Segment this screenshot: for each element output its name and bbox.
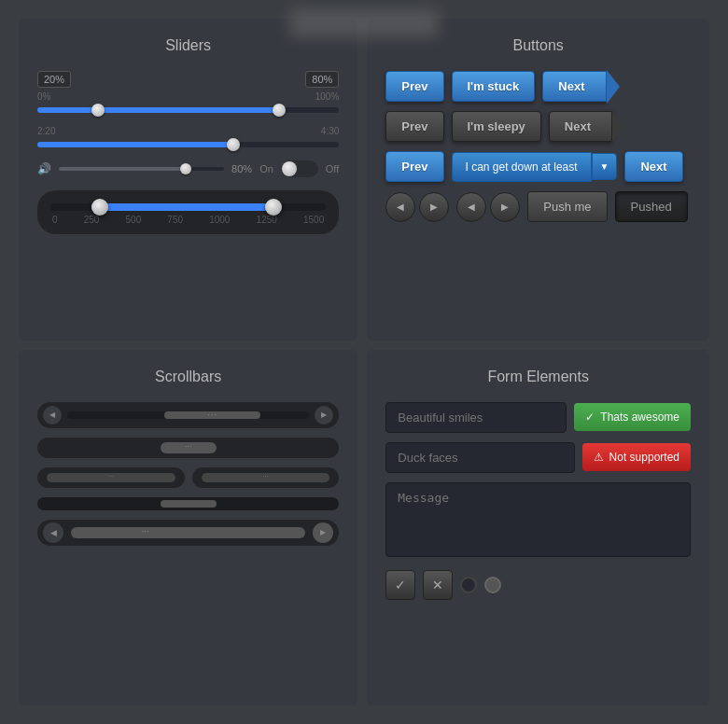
form-textarea[interactable]: [385, 482, 691, 557]
success-text: Thats awesome: [600, 411, 679, 424]
toggle-knob: [282, 161, 297, 176]
push-button[interactable]: Push me: [527, 191, 607, 222]
slider-1-thumb-right[interactable]: [273, 104, 286, 117]
form-input-2[interactable]: [385, 442, 574, 473]
dark-slider-track[interactable]: [50, 203, 326, 211]
scrollbar-flat[interactable]: [37, 497, 339, 510]
volume-pct: 80%: [231, 163, 252, 174]
next-button-3[interactable]: Next: [624, 151, 682, 182]
form-status-success: ✓ Thats awesome: [574, 403, 691, 431]
dark-thumb-right[interactable]: [265, 199, 282, 216]
dark-slider-wrapper: 0 250 500 750 1000 1250 1500: [37, 190, 339, 234]
stuck-button[interactable]: I'm stuck: [452, 71, 536, 102]
form-radio-2[interactable]: [484, 577, 501, 593]
button-row-1: Prev I'm stuck Next: [385, 71, 691, 102]
sliders-title: Sliders: [37, 37, 339, 54]
slider-2-min: 2:20: [37, 126, 55, 136]
dark-label-1500: 1500: [303, 215, 324, 225]
slider-1-track[interactable]: [37, 107, 339, 113]
slider-1-range-max: 100%: [315, 91, 340, 102]
dark-thumb-left[interactable]: [91, 199, 108, 216]
prev-button-2[interactable]: Prev: [385, 111, 443, 142]
dark-range-labels: 0 250 500 750 1000 1250 1500: [50, 215, 326, 225]
slider-2-track[interactable]: [37, 142, 339, 147]
scroll-round-left[interactable]: ◀: [43, 522, 63, 543]
slider-1-fill: [37, 107, 279, 113]
slider-1-max-label: 80%: [305, 71, 339, 88]
next-arrow-2: [612, 112, 623, 142]
x-icon: ✕: [432, 578, 443, 592]
scrollbars-panel: Scrollbars ◀ ▶ ◀: [19, 350, 357, 706]
volume-thumb[interactable]: [180, 163, 191, 174]
error-icon: ⚠: [594, 451, 604, 464]
scroll-right-btn-1[interactable]: ▶: [315, 406, 333, 425]
toggle-section: On Off: [259, 160, 339, 177]
button-row-2: Prev I'm sleepy Next: [385, 111, 691, 142]
dark-label-1250: 1250: [257, 215, 277, 225]
scroll-half-thumb-right[interactable]: [202, 473, 330, 482]
volume-icon: 🔊: [37, 162, 51, 175]
dark-label-750: 750: [167, 215, 183, 225]
scrollbars-title: Scrollbars: [37, 369, 339, 385]
play-button-2[interactable]: ▶: [490, 192, 520, 222]
volume-track[interactable]: [59, 167, 224, 171]
scrollbar-half-right[interactable]: [192, 467, 340, 488]
slider-1-thumb-left[interactable]: [91, 104, 105, 117]
slider-2-thumb[interactable]: [227, 138, 240, 151]
scrollbar-bottom-row[interactable]: ◀ ▶: [37, 520, 339, 546]
dark-label-0: 0: [52, 215, 58, 225]
pushed-button[interactable]: Pushed: [615, 191, 688, 222]
form-cancel-button[interactable]: ✕: [423, 570, 453, 600]
form-check-button[interactable]: ✓: [385, 570, 415, 600]
form-radio-1[interactable]: [460, 577, 477, 593]
slider-2-max: 4:30: [321, 126, 339, 136]
sliders-panel: Sliders 20% 80% 0% 100% 2:20 4:30: [19, 19, 357, 341]
prev-button-3[interactable]: Prev: [385, 151, 443, 182]
dropdown-button[interactable]: I can get down at least: [452, 152, 592, 182]
button-row-4: ◀ ▶ ◀ ▶ Push me Pushed: [385, 191, 691, 222]
sleepy-button[interactable]: I'm sleepy: [452, 111, 541, 142]
form-actions: ✓ ✕: [385, 570, 691, 600]
dropdown-group: I can get down at least ▼: [452, 152, 618, 182]
scroll-thumb-1[interactable]: [164, 411, 261, 419]
form-radio-group: [460, 577, 501, 593]
scrollbar-row-2[interactable]: [37, 438, 339, 458]
scroll-bottom-thumb[interactable]: [71, 527, 305, 538]
rewind-button-2[interactable]: ◀: [456, 192, 486, 222]
form-row-2: ⚠ Not supported: [385, 442, 691, 473]
check-icon: ✓: [395, 578, 406, 592]
slider-2-fill: [37, 142, 233, 147]
volume-row: 🔊 80% On Off: [37, 160, 339, 177]
dark-label-250: 250: [84, 215, 100, 225]
form-row-1: ✓ Thats awesome: [385, 402, 691, 433]
success-icon: ✓: [585, 411, 595, 424]
dark-slider-fill: [91, 203, 271, 211]
form-title: Form Elements: [385, 369, 691, 385]
button-row-3: Prev I can get down at least ▼ Next: [385, 151, 691, 182]
scroll-round-right[interactable]: ▶: [313, 522, 333, 543]
next-button-2[interactable]: Next: [549, 111, 612, 142]
media-group: ◀ ▶: [385, 192, 449, 222]
scroll-flat-thumb[interactable]: [161, 500, 217, 508]
scroll-thumb-2[interactable]: [161, 442, 217, 453]
rewind-button[interactable]: ◀: [385, 192, 415, 222]
play-button[interactable]: ▶: [419, 192, 449, 222]
form-status-error: ⚠ Not supported: [582, 443, 691, 471]
prev-button-1[interactable]: Prev: [385, 71, 443, 102]
toggle-off-label: Off: [326, 163, 339, 174]
scroll-left-btn-1[interactable]: ◀: [43, 406, 62, 425]
next-button-1[interactable]: Next: [542, 71, 606, 102]
scrollbar-row-1[interactable]: ◀ ▶: [37, 402, 339, 428]
form-input-1[interactable]: [385, 402, 567, 433]
form-panel: Form Elements ✓ Thats awesome ⚠ Not supp…: [367, 350, 709, 706]
toggle-on-label: On: [259, 163, 273, 174]
buttons-title: Buttons: [385, 37, 691, 54]
dropdown-arrow-button[interactable]: ▼: [592, 153, 618, 180]
scroll-half-thumb-left[interactable]: [47, 473, 175, 482]
next-arrow-1: [607, 70, 620, 104]
toggle-switch[interactable]: [281, 160, 318, 177]
scrollbar-half-left[interactable]: [37, 467, 185, 488]
buttons-panel: Buttons Prev I'm stuck Next Prev I'm sle…: [367, 19, 709, 341]
scrollbar-double-row: [37, 467, 339, 488]
slider-1-min-label: 20%: [37, 71, 71, 88]
